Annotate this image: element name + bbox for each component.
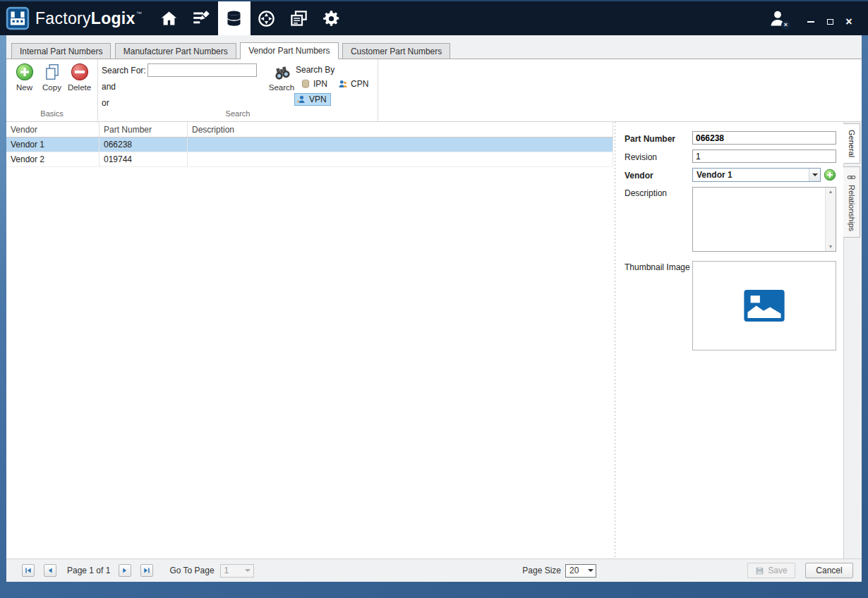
search-by-cpn-option[interactable]: CPN [336, 78, 373, 90]
cancel-button[interactable]: Cancel [805, 563, 853, 578]
previous-page-button[interactable] [44, 564, 56, 577]
page-size-label: Page Size [522, 566, 561, 575]
app-title-part2: Logix [91, 9, 135, 28]
first-page-button[interactable] [22, 564, 35, 577]
chevron-down-icon [812, 173, 818, 176]
save-button-label: Save [768, 566, 787, 575]
ribbon-group-basics: New Copy [6, 59, 98, 121]
nav-settings[interactable] [315, 1, 348, 35]
previous-page-icon [47, 567, 54, 574]
side-tab-general-label: General [848, 130, 856, 157]
tab-manufacturer-part-numbers[interactable]: Manufacturer Part Numbers [115, 43, 236, 59]
page-size-dropdown[interactable]: 20 [565, 564, 596, 578]
ipn-cylinder-icon [301, 79, 311, 89]
chevron-down-icon [588, 569, 593, 572]
basics-group-label: Basics [6, 109, 97, 118]
last-page-icon [143, 567, 150, 574]
side-tab-general[interactable]: General [843, 123, 860, 164]
app-logo-icon [6, 6, 30, 30]
search-input[interactable] [147, 63, 257, 77]
gear-icon [322, 9, 341, 28]
tab-customer-part-numbers[interactable]: Customer Part Numbers [342, 43, 450, 59]
close-icon: × [845, 17, 852, 27]
search-and-label: and [102, 82, 116, 92]
main-area: Vendor Part Number Description Vendor 1 … [6, 122, 862, 559]
next-page-button[interactable] [119, 564, 131, 577]
side-tab-relationships-label: Relationships [848, 185, 856, 231]
logout-x-badge-icon: × [781, 20, 790, 30]
vpn-label: VPN [309, 94, 327, 104]
ribbon: New Copy [6, 59, 862, 122]
tab-vendor-part-numbers[interactable]: Vendor Part Numbers [240, 42, 338, 59]
delete-button[interactable]: Delete [66, 63, 93, 92]
nav-navigator[interactable] [251, 1, 283, 35]
part-number-field[interactable] [692, 131, 836, 145]
new-plus-icon [11, 63, 38, 81]
vendor-dropdown-value: Vendor 1 [693, 170, 809, 180]
list-pencil-icon [192, 9, 211, 28]
titlebar-right: × × [768, 8, 868, 28]
table-row[interactable]: Vendor 2 019744 [6, 152, 613, 167]
search-group-label: Search [98, 109, 378, 118]
description-textarea[interactable]: ▲ ▼ [692, 187, 836, 252]
dropdown-arrow-button[interactable] [809, 169, 820, 181]
minimize-icon [807, 21, 814, 23]
go-to-page-arrow-button[interactable] [243, 565, 253, 577]
search-or-label: or [102, 98, 109, 108]
cpn-people-icon [338, 79, 348, 89]
page-size-arrow-button[interactable] [585, 565, 596, 577]
home-icon [159, 9, 179, 28]
first-page-icon [25, 567, 32, 574]
nav-home[interactable] [153, 1, 186, 35]
search-by-ipn-option[interactable]: IPN [299, 78, 332, 90]
save-button[interactable]: Save [747, 563, 795, 578]
column-header-description[interactable]: Description [188, 122, 613, 137]
ribbon-spacer [378, 59, 862, 121]
delete-minus-icon [66, 63, 93, 81]
save-floppy-icon [755, 566, 764, 575]
ribbon-group-search: Search For: and or [98, 59, 378, 121]
table-row[interactable]: Vendor 1 066238 [6, 138, 613, 152]
close-button[interactable]: × [844, 17, 854, 27]
side-tab-relationships[interactable]: Relationships [843, 166, 860, 238]
column-header-part-number[interactable]: Part Number [100, 122, 188, 137]
cell-vendor: Vendor 2 [6, 152, 100, 166]
column-header-vendor[interactable]: Vendor [6, 122, 100, 137]
copy-button[interactable]: Copy [38, 63, 66, 92]
relationships-link-icon [847, 173, 856, 185]
tab-internal-part-numbers[interactable]: Internal Part Numbers [11, 43, 111, 59]
new-button[interactable]: New [11, 63, 38, 92]
next-page-icon [121, 567, 128, 574]
thumbnail-image-placeholder[interactable] [692, 261, 836, 350]
page-indicator: Page 1 of 1 [67, 566, 110, 575]
nav-materials[interactable] [218, 1, 251, 35]
nav-data-entry[interactable] [186, 1, 218, 35]
scroll-down-icon[interactable]: ▼ [828, 244, 833, 250]
part-number-grid: Vendor Part Number Description Vendor 1 … [6, 122, 613, 559]
description-scrollbar[interactable]: ▲ ▼ [825, 188, 836, 251]
maximize-icon [827, 19, 833, 25]
user-logout-button[interactable]: × [768, 8, 788, 28]
binoculars-icon [266, 63, 297, 82]
copy-pages-icon [38, 63, 66, 81]
scroll-up-icon[interactable]: ▲ [828, 189, 833, 195]
minimize-button[interactable] [806, 17, 816, 27]
revision-field[interactable] [692, 150, 836, 163]
add-vendor-button[interactable] [824, 169, 836, 181]
vendor-label: Vendor [625, 169, 692, 181]
nav-reports[interactable] [283, 1, 315, 35]
cancel-button-label: Cancel [816, 566, 842, 575]
search-by-vpn-option[interactable]: VPN [294, 93, 331, 106]
cell-vendor: Vendor 1 [6, 138, 100, 152]
panel-splitter[interactable] [613, 122, 617, 559]
vendor-dropdown[interactable]: Vendor 1 [692, 168, 821, 182]
go-to-page-label: Go To Page [169, 566, 214, 575]
trademark-symbol: ™ [136, 11, 142, 17]
search-button-label: Search [266, 83, 297, 92]
last-page-button[interactable] [140, 564, 153, 577]
image-placeholder-icon [744, 290, 785, 322]
go-to-page-input[interactable]: 1 [220, 564, 254, 578]
search-button[interactable]: Search [266, 63, 297, 92]
maximize-button[interactable] [825, 17, 835, 27]
cell-description [188, 138, 613, 152]
